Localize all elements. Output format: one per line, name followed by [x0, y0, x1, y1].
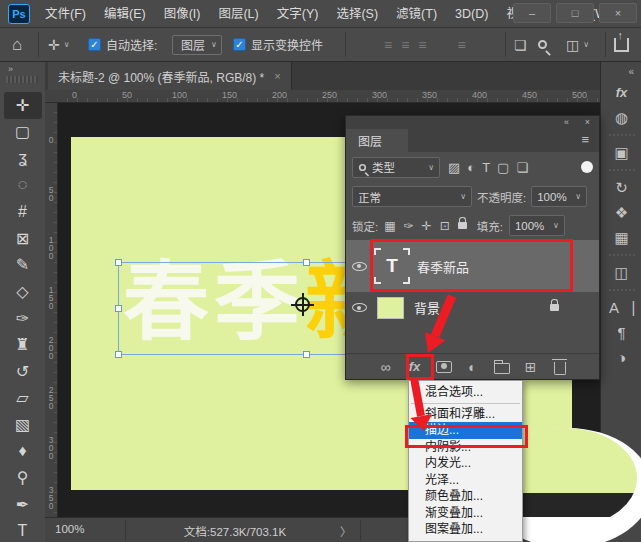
patch-tool[interactable]: ◇ — [4, 278, 42, 305]
fx-menu-item-渐变叠加...[interactable]: 渐变叠加... — [409, 505, 522, 522]
quick-selection-tool[interactable]: ◌ — [4, 172, 42, 199]
fx-menu-item-内阴影...[interactable]: 内阴影... — [409, 439, 522, 456]
paragraph-panel-icon[interactable]: ¶ — [605, 320, 639, 345]
close-icon[interactable]: × — [274, 70, 280, 82]
home-icon[interactable]: ⌂ — [12, 35, 22, 55]
tooldock-collapse-icon[interactable]: » — [8, 64, 13, 74]
character-panel-icon[interactable]: A⎹ — [605, 295, 639, 320]
fill-dropdown[interactable]: 100% ∨ — [509, 215, 565, 236]
adjustments-icon[interactable]: ◑ — [605, 345, 639, 370]
panel-close-icon[interactable]: × — [585, 117, 590, 127]
eraser-tool[interactable]: ▱ — [4, 385, 42, 412]
crop-tool[interactable]: # — [4, 198, 42, 225]
filter-adjustment-layers-icon[interactable]: ◐ — [467, 160, 475, 175]
stamp-tool[interactable]: ♜ — [4, 331, 42, 358]
fx-menu-item-内发光...[interactable]: 内发光... — [409, 455, 522, 472]
layer-name[interactable]: 背景 — [414, 298, 440, 317]
adjustment-layer-icon[interactable]: ◐ — [465, 359, 481, 375]
move-tool-preset[interactable]: ✛ ∨ — [48, 28, 70, 61]
delete-layer-icon[interactable] — [552, 359, 568, 375]
align-icon-1[interactable]: ≡ — [401, 37, 409, 53]
visibility-eye-icon[interactable] — [352, 303, 367, 312]
filter-type-layers-icon[interactable]: T — [482, 160, 490, 175]
layer-mask-icon[interactable] — [436, 361, 452, 373]
gradient-tool[interactable]: ▧ — [4, 411, 42, 438]
transform-handle-bm[interactable] — [303, 351, 310, 358]
materials-3d-icon[interactable]: ◫ — [605, 260, 639, 285]
fx-menu-item-描边...[interactable]: 描边... — [409, 422, 522, 439]
slice-tool[interactable]: ⊠ — [4, 225, 42, 252]
layer-name[interactable]: 春季新品 — [417, 257, 469, 276]
minimize-button[interactable]: – — [513, 3, 551, 23]
align-icon-2[interactable]: ≡ — [418, 37, 426, 53]
filter-smart-objects-icon[interactable]: ❏ — [516, 160, 528, 175]
visibility-eye-icon[interactable] — [352, 262, 367, 271]
filter-pixel-layers-icon[interactable]: ▨ — [448, 160, 460, 175]
lock-artboard-icon[interactable]: ⊡ — [440, 219, 450, 233]
show-transform-checkbox[interactable]: ✓ — [233, 38, 246, 51]
fx-menu-item-斜面和浮雕...[interactable]: 斜面和浮雕... — [409, 406, 522, 423]
align-icon-0[interactable]: ≡ — [384, 37, 392, 53]
lock-all-icon[interactable] — [458, 222, 467, 229]
new-layer-icon[interactable]: ⊞ — [523, 359, 539, 375]
search-icon[interactable] — [538, 40, 547, 49]
menu-item-文字(Y)[interactable]: 文字(Y) — [268, 0, 328, 28]
document-tab[interactable]: 未标题-2 @ 100% (春季新品, RGB/8) * × — [48, 62, 292, 90]
panel-menu-icon[interactable]: ≡ — [581, 132, 589, 147]
share-icon[interactable] — [614, 38, 629, 52]
auto-select-checkbox[interactable]: ✓ — [88, 38, 101, 51]
lock-transparent-icon[interactable]: ▦ — [384, 219, 395, 233]
text-layer-thumbnail[interactable]: T — [377, 251, 407, 281]
lasso-tool[interactable]: ʓ — [4, 145, 42, 172]
filter-shape-layers-icon[interactable]: ▢ — [497, 160, 509, 175]
close-button[interactable]: × — [599, 3, 637, 23]
transform-handle-tm[interactable] — [303, 259, 310, 266]
transform-handle-ml[interactable] — [115, 305, 122, 312]
layer-filter-dropdown[interactable]: 类型 ∨ — [352, 157, 440, 178]
link-layers-icon[interactable]: ∞ — [378, 359, 394, 375]
tooldock-grip[interactable] — [6, 76, 38, 83]
blend-mode-dropdown[interactable]: 正常 ∨ — [352, 186, 472, 207]
type-tool[interactable]: T — [4, 518, 42, 542]
align-icon-3[interactable]: ≡ — [458, 37, 466, 53]
transform-handle-tl[interactable] — [115, 259, 122, 266]
fx-menu-item-光泽...[interactable]: 光泽... — [409, 472, 522, 489]
auto-select-target-dropdown[interactable]: 图层 ∨ — [172, 35, 222, 55]
history-brush-tool[interactable]: ↺ — [4, 358, 42, 385]
move-tool[interactable]: ✛ — [4, 92, 42, 119]
layer-style-fx-icon[interactable]: fx — [407, 359, 423, 374]
menu-item-编辑(E)[interactable]: 编辑(E) — [95, 0, 155, 28]
color-wheel-icon[interactable]: ◍ — [605, 105, 639, 130]
menu-item-图层(L)[interactable]: 图层(L) — [209, 0, 267, 28]
menu-item-图像(I)[interactable]: 图像(I) — [155, 0, 210, 28]
fx-menu-item-图案叠加...[interactable]: 图案叠加... — [409, 521, 522, 538]
marquee-tool[interactable]: ▢ — [4, 119, 42, 146]
menu-item-3D(D)[interactable]: 3D(D) — [446, 0, 497, 28]
lock-paint-icon[interactable]: ✑ — [404, 219, 414, 233]
lock-position-icon[interactable]: ✛ — [422, 219, 432, 233]
effects-fx-icon[interactable]: fx — [605, 80, 639, 105]
panel-collapse-icon[interactable]: « — [564, 117, 569, 127]
swatches-icon[interactable]: ❖ — [605, 200, 639, 225]
fx-menu-item-颜色叠加...[interactable]: 颜色叠加... — [409, 488, 522, 505]
transform-handle-bl[interactable] — [115, 351, 122, 358]
libraries-icon[interactable]: ▣ — [605, 140, 639, 165]
menu-item-滤镜(T)[interactable]: 滤镜(T) — [387, 0, 446, 28]
blur-tool[interactable]: ♦ — [4, 438, 42, 465]
brush-tool[interactable]: ✑ — [4, 305, 42, 332]
menu-item-选择(S)[interactable]: 选择(S) — [327, 0, 387, 28]
dodge-tool[interactable]: ⚲ — [4, 464, 42, 491]
workspace-switcher[interactable]: ◫ ∨ — [566, 28, 589, 61]
3d-mode-icon[interactable]: ❏ — [514, 37, 527, 53]
filter-toggle-switch[interactable] — [581, 161, 593, 173]
background-layer-thumbnail[interactable] — [377, 297, 404, 319]
pen-tool[interactable]: ✒ — [4, 491, 42, 518]
menu-item-文件(F)[interactable]: 文件(F) — [36, 0, 95, 28]
tab-layers[interactable]: 图层 — [346, 129, 408, 152]
dock-collapse-icon[interactable]: « — [628, 66, 634, 77]
reference-point-icon[interactable] — [295, 297, 310, 312]
eyedropper-tool[interactable]: ✎ — [4, 252, 42, 279]
grid-icon[interactable]: ▦ — [605, 225, 639, 250]
status-chevron-icon[interactable]: 〉 — [340, 523, 352, 539]
opacity-dropdown[interactable]: 100% ∨ — [531, 186, 587, 207]
